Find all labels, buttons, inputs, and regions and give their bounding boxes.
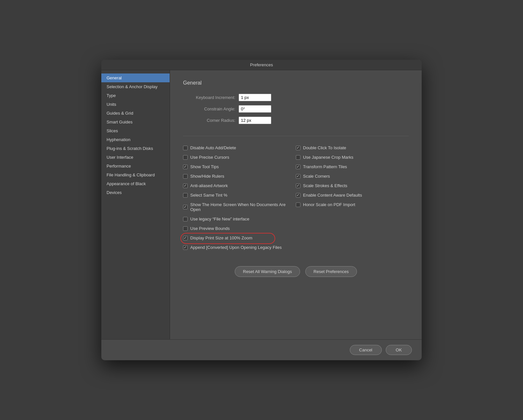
checkbox-row-scale-corners[interactable]: Scale Corners xyxy=(296,174,402,179)
sidebar-item-plugins[interactable]: Plug-ins & Scratch Disks xyxy=(101,144,170,153)
sidebar-item-guides-grid[interactable]: Guides & Grid xyxy=(101,109,170,118)
checkbox-show-hide-rulers[interactable] xyxy=(183,174,188,179)
checkbox-row-display-print-size[interactable]: Display Print Size at 100% Zoom xyxy=(183,235,289,240)
checkbox-row-use-precise[interactable]: Use Precise Cursors xyxy=(183,155,289,160)
checkbox-label-scale-strokes: Scale Strokes & Effects xyxy=(303,183,347,188)
checkbox-label-show-hide-rulers: Show/Hide Rulers xyxy=(190,174,224,179)
dialog-body: GeneralSelection & Anchor DisplayTypeUni… xyxy=(101,70,422,339)
checkbox-row-show-tool-tips[interactable]: Show Tool Tips xyxy=(183,164,289,169)
checkbox-use-legacy[interactable] xyxy=(183,217,188,221)
checkbox-row-disable-auto[interactable]: Disable Auto Add/Delete xyxy=(183,145,289,150)
checkbox-label-anti-aliased: Anti-aliased Artwork xyxy=(190,183,228,188)
checkbox-col-left: Disable Auto Add/DeleteUse Precise Curso… xyxy=(183,145,296,250)
checkbox-use-preview[interactable] xyxy=(183,226,188,231)
checkbox-row-transform-pattern[interactable]: Transform Pattern Tiles xyxy=(296,164,402,169)
checkbox-row-append-converted[interactable]: Append [Converted] Upon Opening Legacy F… xyxy=(183,245,289,250)
checkbox-append-converted[interactable] xyxy=(183,245,188,250)
field-label-corner-radius: Corner Radius: xyxy=(183,118,235,123)
checkbox-row-anti-aliased[interactable]: Anti-aliased Artwork xyxy=(183,183,289,188)
checkbox-row-select-same-tint[interactable]: Select Same Tint % xyxy=(183,193,289,198)
sidebar-item-file-handling[interactable]: File Handling & Clipboard xyxy=(101,170,170,179)
checkbox-label-select-same-tint: Select Same Tint % xyxy=(190,193,227,198)
checkbox-label-use-preview: Use Preview Bounds xyxy=(190,226,230,231)
sidebar-item-selection-anchor[interactable]: Selection & Anchor Display xyxy=(101,82,170,91)
sidebar-item-performance[interactable]: Performance xyxy=(101,162,170,170)
checkbox-row-double-click-isolate[interactable]: Double Click To Isolate xyxy=(296,145,402,150)
checkbox-label-scale-corners: Scale Corners xyxy=(303,174,330,179)
field-input-keyboard-increment[interactable] xyxy=(239,94,271,101)
checkbox-label-content-aware: Enable Content Aware Defaults xyxy=(303,193,362,198)
reset-prefs-button[interactable]: Reset Preferences xyxy=(305,266,357,277)
sidebar: GeneralSelection & Anchor DisplayTypeUni… xyxy=(101,70,170,339)
checkbox-row-show-hide-rulers[interactable]: Show/Hide Rulers xyxy=(183,174,289,179)
checkbox-col-right: Double Click To IsolateUse Japanese Crop… xyxy=(296,145,409,250)
sidebar-item-slices[interactable]: Slices xyxy=(101,126,170,135)
checkbox-row-use-legacy[interactable]: Use legacy “File New” interface xyxy=(183,217,289,221)
field-input-corner-radius[interactable] xyxy=(239,117,271,124)
checkbox-label-honor-scale: Honor Scale on PDF Import xyxy=(303,202,355,207)
checkbox-honor-scale[interactable] xyxy=(296,202,300,207)
checkbox-label-show-home-screen: Show The Home Screen When No Documents A… xyxy=(190,202,289,212)
checkbox-row-scale-strokes[interactable]: Scale Strokes & Effects xyxy=(296,183,402,188)
checkbox-label-japanese-crop: Use Japanese Crop Marks xyxy=(303,155,353,160)
dialog-title: Preferences xyxy=(250,62,273,67)
ok-button[interactable]: OK xyxy=(386,345,412,355)
main-content: General Keyboard Increment:Constrain Ang… xyxy=(170,70,422,339)
checkbox-row-show-home-screen[interactable]: Show The Home Screen When No Documents A… xyxy=(183,202,289,212)
checkbox-scale-strokes[interactable] xyxy=(296,184,300,188)
checkbox-disable-auto[interactable] xyxy=(183,146,188,150)
checkbox-scale-corners[interactable] xyxy=(296,174,300,179)
buttons-area: Reset All Warning DialogsReset Preferenc… xyxy=(183,260,409,277)
checkbox-transform-pattern[interactable] xyxy=(296,165,300,169)
checkbox-label-transform-pattern: Transform Pattern Tiles xyxy=(303,164,347,169)
checkbox-content-aware[interactable] xyxy=(296,193,300,198)
checkbox-use-precise[interactable] xyxy=(183,155,188,160)
checkbox-label-append-converted: Append [Converted] Upon Opening Legacy F… xyxy=(190,245,282,250)
title-bar: Preferences xyxy=(101,60,422,70)
checkbox-row-honor-scale[interactable]: Honor Scale on PDF Import xyxy=(296,202,402,207)
checkbox-row-use-preview[interactable]: Use Preview Bounds xyxy=(183,226,289,231)
sidebar-item-units[interactable]: Units xyxy=(101,100,170,109)
checkbox-label-double-click-isolate: Double Click To Isolate xyxy=(303,145,346,150)
fields-group: Keyboard Increment:Constrain Angle:Corne… xyxy=(183,94,409,136)
field-row-constrain-angle: Constrain Angle: xyxy=(183,105,409,113)
checkbox-show-tool-tips[interactable] xyxy=(183,165,188,169)
checkbox-double-click-isolate[interactable] xyxy=(296,146,300,150)
field-row-corner-radius: Corner Radius: xyxy=(183,117,409,124)
sidebar-item-devices[interactable]: Devices xyxy=(101,188,170,197)
checkbox-label-use-precise: Use Precise Cursors xyxy=(190,155,229,160)
checkbox-japanese-crop[interactable] xyxy=(296,155,300,160)
reset-warnings-button[interactable]: Reset All Warning Dialogs xyxy=(235,266,300,277)
preferences-dialog: Preferences GeneralSelection & Anchor Di… xyxy=(101,60,422,360)
checkbox-label-use-legacy: Use legacy “File New” interface xyxy=(190,217,249,221)
sidebar-item-smart-guides[interactable]: Smart Guides xyxy=(101,118,170,126)
checkboxes-area: Disable Auto Add/DeleteUse Precise Curso… xyxy=(183,145,409,250)
sidebar-item-hyphenation[interactable]: Hyphenation xyxy=(101,135,170,144)
footer: Cancel OK xyxy=(101,339,422,360)
checkbox-label-show-tool-tips: Show Tool Tips xyxy=(190,164,219,169)
checkbox-display-print-size[interactable] xyxy=(183,236,188,240)
sidebar-item-user-interface[interactable]: User Interface xyxy=(101,153,170,162)
field-row-keyboard-increment: Keyboard Increment: xyxy=(183,94,409,101)
field-label-keyboard-increment: Keyboard Increment: xyxy=(183,95,235,100)
cancel-button[interactable]: Cancel xyxy=(350,345,382,355)
sidebar-item-general[interactable]: General xyxy=(101,73,170,82)
checkbox-label-disable-auto: Disable Auto Add/Delete xyxy=(190,145,236,150)
sidebar-item-appearance-black[interactable]: Appearance of Black xyxy=(101,179,170,188)
checkbox-label-display-print-size: Display Print Size at 100% Zoom xyxy=(190,235,252,240)
checkbox-row-content-aware[interactable]: Enable Content Aware Defaults xyxy=(296,193,402,198)
field-input-constrain-angle[interactable] xyxy=(239,105,271,113)
sidebar-item-type[interactable]: Type xyxy=(101,91,170,100)
field-label-constrain-angle: Constrain Angle: xyxy=(183,106,235,111)
checkbox-show-home-screen[interactable] xyxy=(183,205,188,209)
checkbox-row-japanese-crop[interactable]: Use Japanese Crop Marks xyxy=(296,155,402,160)
section-title: General xyxy=(183,80,409,86)
checkbox-select-same-tint[interactable] xyxy=(183,193,188,198)
checkbox-anti-aliased[interactable] xyxy=(183,184,188,188)
